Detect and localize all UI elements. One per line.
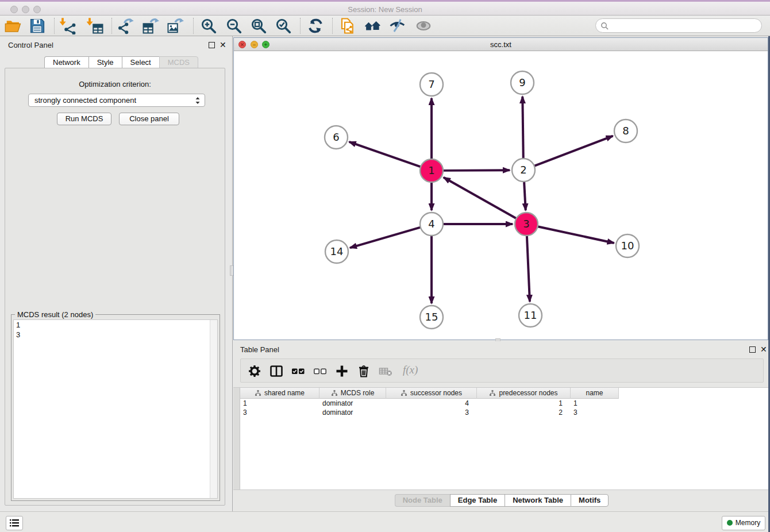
graph-node-4[interactable]: 4 [420, 213, 443, 236]
result-scrollbar[interactable] [210, 320, 217, 498]
memory-button[interactable]: Memory [722, 516, 765, 530]
table-cell[interactable]: 1 [477, 399, 571, 408]
table-panel-tabs: Node TableEdge TableNetwork TableMotifs [233, 494, 770, 507]
graph-node-11[interactable]: 11 [519, 304, 542, 327]
search-input[interactable] [612, 20, 756, 31]
task-history-button[interactable] [6, 516, 23, 530]
control-panel-close-icon[interactable]: ✕ [220, 42, 226, 48]
graph-node-8[interactable]: 8 [614, 119, 637, 142]
split-view-icon[interactable] [270, 364, 283, 378]
open-folder-icon[interactable] [5, 17, 22, 34]
table-cell[interactable]: 1 [240, 399, 319, 408]
zoom-selected-icon[interactable] [275, 17, 292, 34]
graph-node-9[interactable]: 9 [511, 71, 534, 94]
add-column-icon[interactable] [335, 364, 349, 378]
graph-edge-2-3[interactable] [524, 182, 526, 210]
import-table-icon[interactable] [87, 17, 104, 34]
control-tab-style[interactable]: Style [88, 56, 122, 68]
show-selected-icon[interactable] [415, 17, 432, 34]
graph-node-14[interactable]: 14 [325, 240, 348, 263]
table-panel-float-icon[interactable] [749, 346, 756, 353]
graph-edge-3-10[interactable] [538, 226, 614, 243]
table-tab-node-table[interactable]: Node Table [395, 494, 450, 507]
mcds-result-title: MCDS result (2 nodes) [15, 310, 95, 319]
export-table-icon[interactable] [142, 17, 159, 34]
graph-node-label: 7 [428, 78, 434, 90]
column-header-predecessor-nodes[interactable]: predecessor nodes [477, 388, 571, 399]
settings-gear-icon[interactable] [248, 364, 261, 378]
graph-node-2[interactable]: 2 [512, 159, 535, 182]
table-cell[interactable]: 1 [571, 399, 619, 408]
graph-edge-1-6[interactable] [349, 142, 421, 167]
table-cell[interactable]: 3 [386, 408, 477, 417]
search-field[interactable] [595, 18, 762, 33]
control-panel-float-icon[interactable] [209, 42, 215, 48]
table-cell[interactable]: 2 [477, 408, 571, 417]
column-header-shared-name[interactable]: shared name [240, 388, 319, 399]
table-panel: Table Panel ✕ [233, 341, 770, 511]
optimization-criterion-dropdown[interactable]: strongly connected component [28, 94, 205, 107]
toolbar-separator [111, 18, 112, 34]
table-cell[interactable]: dominator [319, 408, 386, 417]
control-tab-select[interactable]: Select [122, 56, 159, 68]
network-window-title: scc.txt [234, 40, 768, 49]
table-cell[interactable]: 4 [386, 399, 477, 408]
save-session-icon[interactable] [29, 17, 46, 34]
graph-node-label: 11 [524, 309, 537, 321]
table-row[interactable]: 3dominator323 [240, 408, 619, 417]
network-window-titlebar[interactable]: ✕ − + scc.txt [234, 38, 768, 51]
graph-node-10[interactable]: 10 [616, 234, 639, 257]
network-canvas[interactable]: 7968124314101511 [234, 51, 768, 340]
table-cell[interactable]: 3 [240, 408, 319, 417]
graph-edge-4-14[interactable] [350, 228, 421, 248]
apply-layout-icon[interactable] [307, 17, 324, 34]
show-all-networks-icon[interactable] [364, 17, 382, 34]
table-panel-close-icon[interactable]: ✕ [760, 346, 767, 353]
search-icon [600, 22, 609, 30]
graph-node-1[interactable]: 1 [420, 159, 443, 182]
table-tab-motifs[interactable]: Motifs [571, 494, 609, 507]
table-cell[interactable]: dominator [319, 399, 386, 408]
graph-node-7[interactable]: 7 [420, 73, 443, 96]
table-cell[interactable]: 3 [571, 408, 619, 417]
clone-network-icon[interactable] [339, 17, 356, 34]
deselect-all-checkboxes-icon[interactable] [313, 364, 327, 378]
zoom-out-icon[interactable] [225, 17, 242, 34]
control-panel-title: Control Panel [8, 41, 53, 49]
delete-column-icon[interactable] [357, 364, 371, 378]
graph-node-3[interactable]: 3 [515, 213, 538, 236]
export-network-icon[interactable] [117, 17, 134, 34]
run-mcds-button[interactable]: Run MCDS [57, 113, 111, 125]
graph-edge-2-8[interactable] [534, 136, 613, 166]
column-header-MCDS-role[interactable]: MCDS role [319, 388, 386, 399]
toolbar-separator [54, 18, 55, 34]
toolbar-separator [193, 18, 194, 34]
application-window: Session: New Session [0, 0, 770, 532]
delete-table-icon[interactable] [379, 364, 392, 378]
zoom-in-icon[interactable] [200, 17, 217, 34]
table-row[interactable]: 1dominator411 [240, 399, 619, 408]
function-builder-icon[interactable]: f(x) [403, 364, 418, 376]
zoom-fit-icon[interactable] [250, 17, 267, 34]
control-tab-mcds[interactable]: MCDS [159, 56, 198, 68]
import-network-icon[interactable] [60, 17, 77, 34]
graph-edge-3-11[interactable] [527, 236, 530, 302]
select-all-checkboxes-icon[interactable] [291, 364, 305, 378]
graph-node-6[interactable]: 6 [325, 126, 348, 149]
graph-node-15[interactable]: 15 [420, 306, 443, 329]
graph-edge-1-2[interactable] [443, 170, 510, 171]
export-image-icon[interactable] [167, 17, 184, 34]
dropdown-value: strongly connected component [34, 96, 136, 105]
graph-edge-3-1[interactable] [444, 178, 517, 218]
table-tab-edge-table[interactable]: Edge Table [450, 494, 505, 507]
graph-edge-2-9[interactable] [522, 97, 523, 159]
control-tab-network[interactable]: Network [44, 56, 88, 68]
close-panel-button[interactable]: Close panel [119, 113, 179, 125]
graph-node-label: 9 [519, 76, 525, 88]
column-header-name[interactable]: name [571, 388, 619, 399]
mcds-result-textarea[interactable]: 13 [13, 319, 218, 499]
toolbar-separator [300, 18, 301, 34]
table-tab-network-table[interactable]: Network Table [505, 494, 571, 507]
hide-selected-icon[interactable] [389, 17, 406, 34]
column-header-successor-nodes[interactable]: successor nodes [386, 388, 477, 399]
